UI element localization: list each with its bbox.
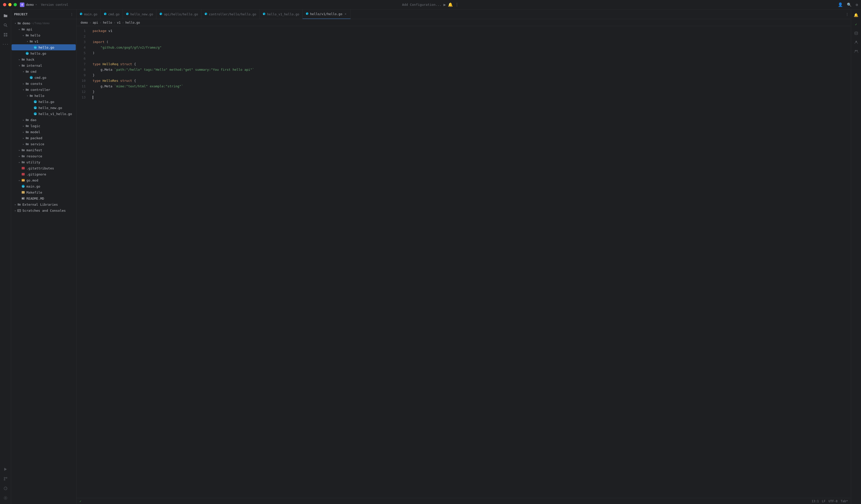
status-encoding[interactable]: UTF-8 (829, 500, 837, 503)
icon-bar-settings2[interactable] (1, 494, 10, 502)
tree-item-consts[interactable]: ▸consts (12, 81, 76, 86)
status-indent[interactable]: Tab* (840, 500, 848, 503)
status-line-ending[interactable]: LF (822, 500, 825, 503)
run-icon[interactable]: ▶ (443, 2, 446, 7)
tree-item-cmd[interactable]: ▾cmd (12, 68, 76, 74)
tree-icon-controller-hello (29, 94, 33, 98)
search-icon[interactable]: 🔍 (847, 2, 852, 7)
tree-item-logic[interactable]: ▸logic (12, 123, 76, 129)
tree-item-hello-go-v1[interactable]: Gohello.go (12, 44, 76, 50)
svg-rect-26 (22, 173, 25, 176)
tree-item-hack[interactable]: ▸hack (12, 56, 76, 63)
minimize-button[interactable] (8, 3, 12, 6)
tree-item-gitattributes[interactable]: .gitattributes (12, 165, 76, 171)
tab-hello-v1-hello-go-2[interactable]: ghello/v1/hello.go× (303, 10, 351, 19)
tree-item-packed[interactable]: ▸packed (12, 135, 76, 141)
settings-icon[interactable]: ⚙ (856, 2, 858, 7)
project-selector[interactable]: d demo ▾ (20, 2, 37, 7)
tree-arrow-packed: ▸ (22, 136, 25, 140)
tree-item-manifest[interactable]: ▸manifest (12, 147, 76, 153)
icon-bar-search[interactable] (1, 21, 10, 29)
tree-item-makefile[interactable]: Makefile (12, 189, 76, 195)
tree-item-main-go-root[interactable]: Gomain.go (12, 183, 76, 189)
tree-item-v1[interactable]: ▾v1 (12, 38, 76, 44)
tree-arrow-v1: ▾ (26, 40, 29, 43)
token (118, 79, 120, 83)
tree-icon-cmd (25, 69, 29, 73)
tab-icon-main-go: g (80, 12, 83, 16)
tree-item-demo[interactable]: ▾demo ~/Temp/demo (12, 20, 76, 26)
code-line-8: g.Meta `path:"/hello" tags:"Hello" metho… (93, 67, 851, 72)
tab-controller-hello-go[interactable]: gcontroller/hello/hello.go (201, 10, 260, 19)
tree-item-resource[interactable]: ▸resource (12, 153, 76, 159)
tree-item-hello-go-root[interactable]: Gohello.go (12, 50, 76, 56)
tree-item-utility[interactable]: ▸utility (12, 159, 76, 165)
status-line-col[interactable]: 13:1 (812, 500, 819, 503)
tree-label-packed: packed (30, 136, 42, 140)
tab-close-hello-v1-hello-go-2[interactable]: × (344, 12, 347, 16)
profile-icon[interactable]: 👤 (838, 2, 843, 7)
breadcrumb-file[interactable]: hello.go (125, 21, 140, 24)
icon-bar-warnings[interactable]: ! (1, 485, 10, 492)
tree-item-dao[interactable]: ▸dao (12, 117, 76, 123)
tree-item-hello[interactable]: ▸hello (12, 32, 76, 38)
breadcrumb-hello[interactable]: hello (103, 21, 112, 24)
tree-item-ext-libs[interactable]: ▸External Libraries (12, 201, 76, 207)
breadcrumb-v1[interactable]: v1 (117, 21, 120, 24)
tree-label-hello-go-v1: hello.go (39, 45, 54, 49)
tree-label-ctrl-hello-v1-go: hello_v1_hello.go (39, 112, 72, 116)
svg-point-53 (855, 50, 856, 51)
icon-bar-extensions[interactable] (1, 31, 10, 39)
close-button[interactable] (3, 3, 6, 6)
tree-item-scratches[interactable]: ▸Scratches and Consoles (12, 207, 76, 214)
tree-arrow-scratches: ▸ (14, 209, 17, 212)
tree-item-service[interactable]: ▸service (12, 141, 76, 147)
tree-icon-hello (25, 33, 29, 37)
svg-text:Go: Go (35, 113, 37, 115)
run-config[interactable]: Add Configuration... ▶ 🔔 ⋮ (402, 2, 459, 7)
right-db-icon[interactable] (853, 30, 860, 37)
svg-rect-34 (18, 209, 20, 212)
icon-bar-more[interactable]: ··· (1, 40, 10, 48)
tab-cmd-go[interactable]: gcmd.go (101, 10, 123, 19)
tree-label-hello: hello (30, 33, 40, 37)
right-notifications-icon[interactable]: 🔔 (853, 12, 860, 19)
tree-item-controller-hello[interactable]: ▾hello (12, 93, 76, 99)
tree-arrow-logic: ▸ (22, 124, 25, 128)
tree-item-ctrl-hello-new-go[interactable]: Gohello_new.go (12, 105, 76, 111)
right-check-icon[interactable]: ✓ (853, 21, 860, 28)
breadcrumb-api[interactable]: api (93, 21, 98, 24)
svg-text:Go: Go (35, 107, 37, 109)
tab-more-icon[interactable]: ⋮ (845, 12, 849, 16)
tree-arrow-resource: ▸ (18, 154, 21, 158)
tree-item-api[interactable]: ▸api (12, 26, 76, 32)
tab-hello-new-go[interactable]: ghello_new.go (123, 10, 156, 19)
version-control-label[interactable]: Version control (41, 3, 68, 6)
tab-bar-actions[interactable]: ⋮ (843, 12, 851, 16)
tree-item-model[interactable]: ▸model (12, 129, 76, 135)
tree-item-cmd-go[interactable]: Gocmd.go (12, 74, 76, 81)
tab-api-hello-go[interactable]: gapi/hello/hello.go (156, 10, 201, 19)
icon-bar-git[interactable] (1, 475, 10, 483)
sidebar-menu-icon[interactable]: ⋮ (70, 13, 73, 16)
more-run-icon[interactable]: ⋮ (455, 2, 459, 7)
tree-item-internal[interactable]: ▾internal (12, 63, 76, 68)
tree-item-controller[interactable]: ▾controller (12, 86, 76, 93)
tab-main-go[interactable]: gmain.go (77, 10, 101, 19)
tree-item-ctrl-hello-v1-go[interactable]: Gohello_v1_hello.go (12, 111, 76, 117)
tree-arrow-gitattributes (18, 166, 21, 170)
code-editor[interactable]: package v1 import ( "github.com/gogf/gf/… (88, 26, 851, 498)
icon-bar-run[interactable] (1, 465, 10, 473)
tree-item-readme[interactable]: MDREADME.MD (12, 195, 76, 201)
tree-item-ctrl-hello-go[interactable]: Gohello.go (12, 99, 76, 105)
right-user-icon[interactable] (853, 39, 860, 46)
right-group-icon[interactable] (853, 48, 860, 55)
token: struct (120, 62, 132, 66)
tab-hello-v1-hello-go[interactable]: ghello_v1_hello.go (260, 10, 303, 19)
tree-item-gitignore[interactable]: .gitignore (12, 171, 76, 177)
breadcrumb-project[interactable]: demo (81, 21, 88, 24)
tree-item-go-mod[interactable]: ▸modgo.mod (12, 177, 76, 183)
debug-icon[interactable]: 🔔 (448, 2, 453, 7)
icon-bar-folder[interactable] (1, 12, 10, 19)
maximize-button[interactable] (14, 3, 17, 6)
